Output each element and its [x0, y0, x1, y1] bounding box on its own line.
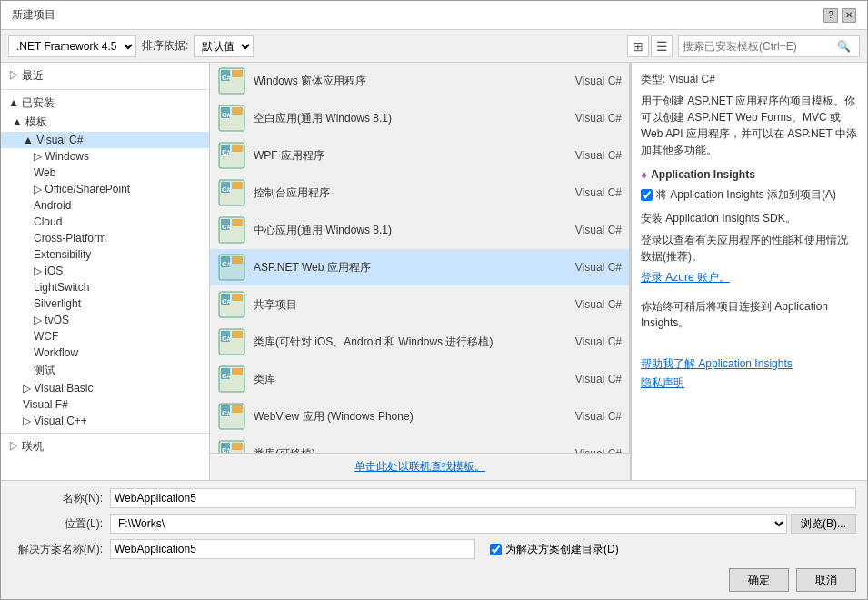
- template-name: WebView 应用 (Windows Phone): [254, 409, 542, 425]
- ai-section: ♦ Application Insights: [641, 167, 858, 182]
- web-label: Web: [34, 166, 55, 179]
- close-button[interactable]: ✕: [842, 8, 856, 23]
- ai-desc2: 你始终可稍后将项目连接到 Application Insights。: [641, 298, 858, 331]
- svg-rect-24: [232, 219, 243, 226]
- svg-rect-9: [232, 107, 243, 115]
- name-row: 名称(N):: [12, 488, 856, 508]
- lightswitch-label: LightSwitch: [34, 281, 89, 294]
- tree-item-office[interactable]: ▷ Office/SharePoint: [1, 181, 209, 197]
- template-item[interactable]: C# 类库Visual C#: [210, 361, 629, 398]
- template-icon: C#: [217, 402, 246, 431]
- tree-item-ios[interactable]: ▷ iOS: [1, 263, 209, 279]
- template-item[interactable]: C# Windows 窗体应用程序Visual C#: [210, 63, 629, 100]
- svg-text:C#: C#: [222, 335, 232, 343]
- tree-item-workflow[interactable]: Workflow: [1, 345, 209, 361]
- tree-item-extensibility[interactable]: Extensibility: [1, 246, 209, 263]
- template-item[interactable]: C# 中心应用(通用 Windows 8.1)Visual C#: [210, 212, 629, 249]
- tree-item-cross-platform[interactable]: Cross-Platform: [1, 230, 209, 246]
- template-item[interactable]: C# WPF 应用程序Visual C#: [210, 137, 629, 175]
- template-item[interactable]: C# 类库(可针对 iOS、Android 和 Windows 进行移植)Vis…: [210, 324, 629, 361]
- dialog-title: 新建项目: [12, 7, 55, 23]
- template-name: 空白应用(通用 Windows 8.1): [254, 111, 542, 126]
- online-label: ▷ 联机: [8, 439, 44, 455]
- tree-item-visual-f[interactable]: Visual F#: [1, 396, 209, 413]
- test-label: 测试: [34, 363, 55, 378]
- wcf-label: WCF: [34, 330, 58, 343]
- extensibility-label: Extensibility: [34, 248, 91, 261]
- tree-item-silverlight[interactable]: Silverlight: [1, 295, 209, 312]
- grid-view-button[interactable]: ⊞: [627, 35, 649, 57]
- svg-text:C#: C#: [222, 111, 232, 119]
- silverlight-label: Silverlight: [34, 297, 81, 310]
- tree-item-visual-cpp[interactable]: ▷ Visual C++: [1, 413, 209, 429]
- name-label: 名称(N):: [12, 491, 103, 506]
- svg-rect-19: [232, 182, 243, 189]
- visual-f-label: Visual F#: [23, 398, 68, 411]
- create-dir-checkbox[interactable]: [490, 544, 502, 555]
- tree-item-test[interactable]: 测试: [1, 361, 209, 380]
- svg-text:C#: C#: [222, 372, 232, 380]
- template-icon: C#: [217, 365, 246, 394]
- location-label: 位置(L):: [12, 516, 103, 532]
- android-label: Android: [34, 199, 71, 212]
- template-item[interactable]: C# 类库(可移植)Visual C#: [210, 435, 629, 453]
- tree-item-android[interactable]: Android: [1, 197, 209, 214]
- cancel-button[interactable]: 取消: [796, 568, 856, 592]
- ai-desc1: 登录以查看有关应用程序的性能和使用情况数据(推荐)。: [641, 232, 858, 265]
- template-item[interactable]: C# 共享项目Visual C#: [210, 286, 629, 324]
- browse-button[interactable]: 浏览(B)...: [791, 514, 856, 534]
- solution-input[interactable]: [110, 539, 475, 559]
- template-item[interactable]: C# 空白应用(通用 Windows 8.1)Visual C#: [210, 100, 629, 137]
- tree-item-visual-basic[interactable]: ▷ Visual Basic: [1, 380, 209, 396]
- template-item[interactable]: C# ASP.NET Web 应用程序Visual C#: [210, 249, 629, 286]
- location-row: 位置(L): F:\Works\ 浏览(B)...: [12, 514, 856, 534]
- tree-item-windows[interactable]: ▷ Windows: [1, 148, 209, 165]
- ai-help-link[interactable]: 帮助我了解 Application Insights: [641, 356, 858, 372]
- tree-item-recent[interactable]: ▷ 最近: [1, 66, 209, 85]
- template-type: Visual C#: [549, 186, 622, 199]
- sort-select[interactable]: 默认值: [194, 35, 254, 57]
- toolbar: .NET Framework 4.5 排序依据: 默认值 ⊞ ☰ 🔍: [1, 30, 867, 63]
- template-icon: C#: [217, 66, 246, 95]
- tree-item-visual-c[interactable]: ▲ Visual C#: [1, 132, 209, 148]
- ai-checkbox-row: 将 Application Insights 添加到项目(A): [641, 187, 858, 203]
- template-item[interactable]: C# WebView 应用 (Windows Phone)Visual C#: [210, 398, 629, 435]
- recent-label: ▷ 最近: [8, 68, 44, 84]
- help-button[interactable]: ?: [823, 8, 838, 23]
- template-icon: C#: [217, 178, 246, 207]
- ios-label: ▷ iOS: [34, 265, 63, 277]
- ai-checkbox[interactable]: [641, 189, 653, 201]
- name-input[interactable]: [110, 488, 856, 508]
- svg-text:C#: C#: [222, 446, 232, 453]
- search-input[interactable]: [683, 40, 837, 53]
- search-box: 🔍: [678, 35, 860, 57]
- template-list: C# Windows 窗体应用程序Visual C# C# 空白应用(通用 Wi…: [210, 63, 630, 453]
- template-name: ASP.NET Web 应用程序: [254, 260, 542, 275]
- online-link-text[interactable]: 单击此处以联机查找模板。: [354, 460, 485, 473]
- svg-rect-54: [232, 443, 243, 450]
- template-icon: C#: [217, 290, 246, 319]
- tree-item-cloud[interactable]: Cloud: [1, 214, 209, 230]
- template-name: 类库(可移植): [254, 446, 542, 454]
- template-item[interactable]: C# 控制台应用程序Visual C#: [210, 175, 629, 212]
- tree-item-tvos[interactable]: ▷ tvOS: [1, 312, 209, 328]
- ai-login-link[interactable]: 登录 Azure 账户。: [641, 271, 730, 284]
- solution-row: 解决方案名称(M): 为解决方案创建目录(D): [12, 539, 856, 559]
- framework-select[interactable]: .NET Framework 4.5: [8, 35, 136, 57]
- location-select[interactable]: F:\Works\: [110, 514, 787, 534]
- template-name: 中心应用(通用 Windows 8.1): [254, 223, 542, 238]
- list-view-button[interactable]: ☰: [651, 35, 673, 57]
- svg-text:C#: C#: [222, 74, 232, 82]
- description: 用于创建 ASP.NET 应用程序的项目模板。你可以创建 ASP.NET Web…: [641, 93, 858, 158]
- tree-item-wcf[interactable]: WCF: [1, 328, 209, 345]
- tree-item-online[interactable]: ▷ 联机: [1, 437, 209, 456]
- template-type: Visual C#: [549, 112, 622, 125]
- template-icon: C#: [217, 215, 246, 245]
- tree-item-templates[interactable]: ▲ 模板: [1, 113, 209, 132]
- tree-item-lightswitch[interactable]: LightSwitch: [1, 279, 209, 295]
- tree-item-installed[interactable]: ▲ 已安装: [1, 94, 209, 113]
- svg-text:C#: C#: [222, 185, 232, 194]
- ok-button[interactable]: 确定: [729, 568, 789, 592]
- privacy-link[interactable]: 隐私声明: [641, 375, 858, 391]
- tree-item-web[interactable]: Web: [1, 165, 209, 181]
